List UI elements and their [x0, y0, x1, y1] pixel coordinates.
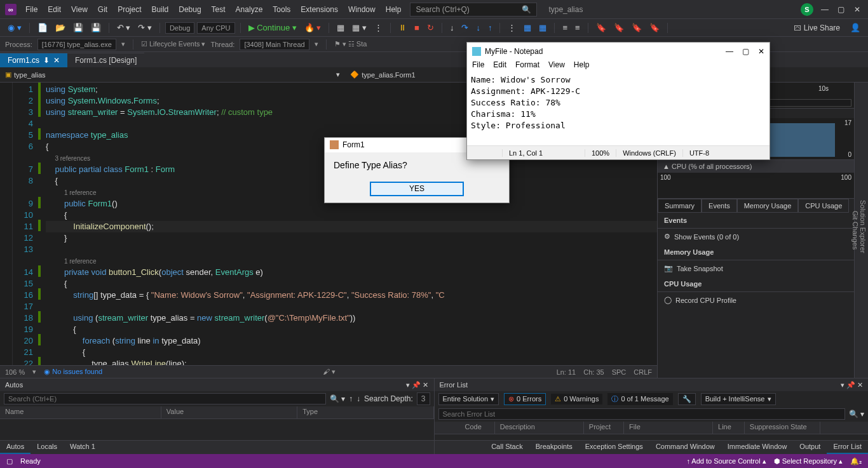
notepad-titlebar[interactable]: MyFile - Notepad — ▢ ✕	[467, 43, 770, 60]
pin-icon[interactable]: ▾ 📌 ✕	[841, 381, 863, 389]
new-icon[interactable]: 📄	[35, 22, 50, 34]
errlist-search-input[interactable]	[438, 408, 845, 420]
menu-edit[interactable]: Edit	[43, 3, 66, 17]
tool-icon[interactable]: ⋮	[372, 22, 385, 34]
restart-icon[interactable]: ↻	[424, 22, 437, 34]
tool-icon[interactable]: ⋮	[505, 22, 519, 34]
close-icon[interactable]: ✕	[53, 56, 60, 65]
np-menu-view[interactable]: View	[548, 60, 565, 73]
config-combo[interactable]: Debug	[165, 22, 194, 34]
thread-combo[interactable]: [3408] Main Thread	[240, 39, 309, 50]
minimize-icon[interactable]: —	[726, 47, 733, 56]
col-project[interactable]: Project	[584, 422, 624, 434]
redo-icon[interactable]: ↷ ▾	[135, 22, 154, 34]
menu-help[interactable]: Help	[381, 3, 407, 17]
tab-call-stack[interactable]: Call Stack	[485, 441, 529, 454]
open-icon[interactable]: 📂	[53, 22, 68, 34]
diag-tab-summary[interactable]: Summary	[658, 199, 702, 213]
col-description[interactable]: Description	[495, 422, 584, 434]
lifecycle-combo[interactable]: ☑ Lifecycle Events ▾	[141, 40, 206, 48]
menu-file[interactable]: File	[20, 3, 43, 17]
spaces-mode[interactable]: SPC	[612, 368, 627, 376]
notifications-icon[interactable]: 🔔₂	[850, 457, 862, 465]
tool-icon[interactable]: ▦	[536, 22, 549, 34]
minimize-icon[interactable]: —	[821, 5, 830, 14]
line-ending[interactable]: CRLF	[634, 368, 652, 376]
output-icon[interactable]: ▢	[6, 457, 13, 465]
build-filter-combo[interactable]: Build + IntelliSense ▾	[701, 393, 776, 405]
tab-form1-design[interactable]: Form1.cs [Design]	[67, 53, 144, 67]
brush-icon[interactable]: 🖌 ▾	[323, 368, 336, 376]
save-all-icon[interactable]: 💾	[88, 22, 104, 34]
zoom-level[interactable]: 106 %	[5, 368, 25, 376]
menu-test[interactable]: Test	[207, 3, 231, 17]
menu-debug[interactable]: Debug	[173, 3, 206, 17]
nav-up-icon[interactable]: ↑	[349, 394, 353, 403]
diag-tab-memory-usage[interactable]: Memory Usage	[737, 199, 799, 213]
col-file[interactable]: File	[624, 422, 713, 434]
global-search-input[interactable]: Search (Ctrl+Q) 🔍	[410, 3, 537, 17]
menu-build[interactable]: Build	[147, 3, 174, 17]
zoom-dropdown-icon[interactable]: ▾	[32, 368, 36, 376]
col-name[interactable]: Name	[0, 406, 161, 418]
autos-search-input[interactable]	[4, 393, 326, 404]
stop-icon[interactable]: ■	[412, 22, 422, 34]
hot-reload-icon[interactable]: 🔥 ▾	[302, 22, 324, 34]
menu-analyze[interactable]: Analyze	[231, 3, 268, 17]
select-repo-button[interactable]: ⬢ Select Repository ▴	[774, 457, 843, 465]
tab-error-list[interactable]: Error List	[827, 441, 868, 454]
pin-icon[interactable]: ⬇	[43, 56, 50, 65]
cpu-graph[interactable]: 100 100	[658, 173, 854, 198]
show-events-link[interactable]: ⚙Show Events (0 of 0)	[658, 229, 854, 244]
tool-icon[interactable]: ▦ ▾	[349, 22, 369, 34]
pin-icon[interactable]: ▾ 📌 ✕	[406, 381, 428, 389]
clear-filter[interactable]: 🔧	[678, 393, 696, 405]
continue-button[interactable]: ▶ Continue ▾	[246, 22, 299, 34]
indent-icon[interactable]: ≡	[560, 22, 570, 34]
errors-filter[interactable]: ⊗0 Errors	[504, 393, 546, 405]
project-nav-combo[interactable]: ▣type_alias▾	[0, 69, 345, 80]
nav-back-icon[interactable]: ◉ ▾	[5, 22, 24, 34]
col-code[interactable]: Code	[460, 422, 495, 434]
menu-tools[interactable]: Tools	[268, 3, 295, 17]
tab-form1-cs[interactable]: Form1.cs⬇✕	[0, 53, 67, 67]
user-avatar[interactable]: S	[801, 3, 813, 16]
close-icon[interactable]: ✕	[758, 47, 764, 56]
outdent-icon[interactable]: ≡	[573, 22, 583, 34]
tab-command-window[interactable]: Command Window	[649, 441, 721, 454]
bookmark-icon[interactable]: 🔖	[611, 22, 627, 34]
tab-breakpoints[interactable]: Breakpoints	[529, 441, 579, 454]
tab-watch-1[interactable]: Watch 1	[64, 441, 102, 454]
platform-combo[interactable]: Any CPU	[197, 22, 234, 34]
tab-autos[interactable]: Autos	[0, 441, 31, 454]
np-menu-help[interactable]: Help	[574, 60, 590, 73]
diag-tab-events[interactable]: Events	[702, 199, 737, 213]
depth-combo[interactable]: 3	[417, 392, 430, 405]
step-out-icon[interactable]: ↑	[485, 22, 495, 34]
warnings-filter[interactable]: ⚠0 Warnings	[551, 394, 602, 404]
bookmark-icon[interactable]: 🔖	[647, 22, 662, 34]
tab-output[interactable]: Output	[793, 441, 827, 454]
search-icon[interactable]: 🔍 ▾	[330, 394, 345, 403]
yes-button[interactable]: YES	[370, 182, 464, 196]
live-share-button[interactable]: ⮹ Live Share	[789, 22, 845, 34]
col-type[interactable]: Type	[297, 406, 433, 418]
take-snapshot-button[interactable]: 📷Take Snapshot	[658, 260, 854, 276]
add-source-control-button[interactable]: ↑ Add to Source Control ▴	[686, 457, 766, 465]
issues-indicator[interactable]: ◉ No issues found	[44, 368, 102, 376]
record-cpu-button[interactable]: ◯Record CPU Profile	[658, 292, 854, 308]
maximize-icon[interactable]: ▢	[837, 5, 846, 14]
step-over-icon[interactable]: ↷	[459, 22, 471, 34]
tab-immediate-window[interactable]: Immediate Window	[721, 441, 794, 454]
diag-tab-cpu-usage[interactable]: CPU Usage	[798, 199, 849, 213]
scope-combo[interactable]: Entire Solution ▾	[438, 393, 499, 405]
maximize-icon[interactable]: ▢	[742, 47, 749, 56]
tool-icon[interactable]: ▦	[521, 22, 534, 34]
menu-view[interactable]: View	[66, 3, 93, 17]
col-line[interactable]: Line	[713, 422, 745, 434]
tab-exception-settings[interactable]: Exception Settings	[579, 441, 649, 454]
np-menu-file[interactable]: File	[472, 60, 484, 73]
undo-icon[interactable]: ↶ ▾	[114, 22, 133, 34]
solution-explorer-tab[interactable]: Solution Explorer	[859, 88, 867, 365]
bookmark-icon[interactable]: 🔖	[629, 22, 644, 34]
